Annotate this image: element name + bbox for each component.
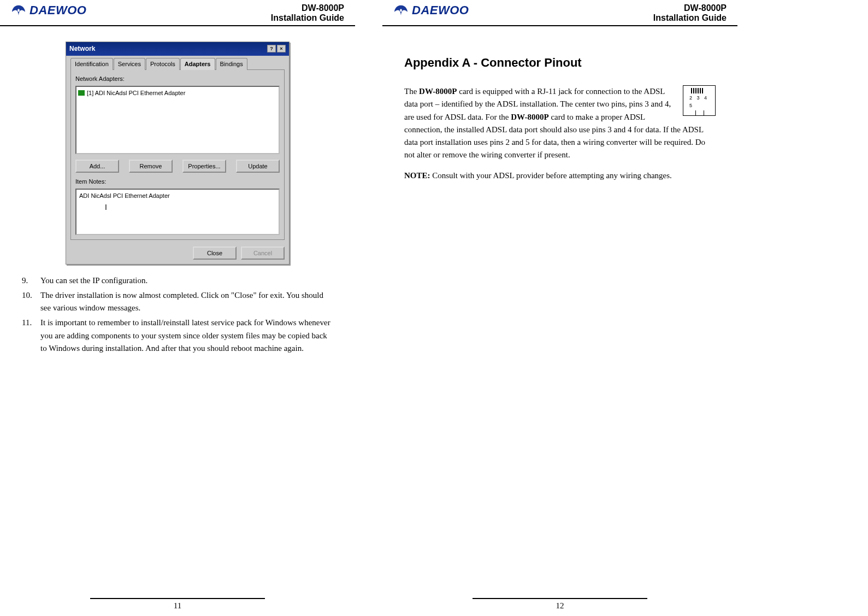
ibeam-cursor-icon: I <box>105 202 107 214</box>
adapters-pane: Network Adapters: [1] ADI NicAdsl PCI Et… <box>70 69 285 240</box>
header-title-block: DW-8000P Installation Guide <box>653 3 727 23</box>
model-name: DW-8000P <box>653 3 727 13</box>
paragraph-1: The DW-8000P card is equipped with a RJ-… <box>404 85 716 162</box>
page-footer: 11 <box>0 598 355 611</box>
close-icon[interactable]: × <box>277 45 286 52</box>
add-button[interactable]: Add... <box>75 160 119 173</box>
note-label: NOTE: <box>404 171 430 180</box>
page-12: DAEWOO DW-8000P Installation Guide Appen… <box>382 0 737 616</box>
doc-subtitle: Installation Guide <box>653 13 727 23</box>
daewoo-swirl-icon <box>11 4 26 16</box>
rj11-pin-labels: 2 3 4 5 <box>689 95 715 110</box>
model-ref: DW-8000P <box>419 87 457 96</box>
dialog-title: Network <box>69 44 95 54</box>
adapters-label: Network Adapters: <box>75 74 280 84</box>
step-number: 9. <box>22 274 40 287</box>
remove-button[interactable]: Remove <box>129 160 173 173</box>
page-11: DAEWOO DW-8000P Installation Guide Netwo… <box>0 0 355 616</box>
step-text: The driver installation is now almost co… <box>40 289 333 315</box>
item-notes-label: Item Notes: <box>75 177 280 186</box>
help-icon[interactable]: ? <box>267 45 276 52</box>
step-number: 11. <box>22 316 40 355</box>
item-notes-field[interactable]: ADI NicAdsl PCI Ethernet Adapter I <box>75 189 280 235</box>
step-text: It is important to remember to install/r… <box>40 316 333 355</box>
tab-adapters[interactable]: Adapters <box>180 58 215 70</box>
properties-button[interactable]: Properties... <box>182 160 226 173</box>
page-header: DAEWOO DW-8000P Installation Guide <box>382 0 737 26</box>
update-button[interactable]: Update <box>236 160 280 173</box>
close-button[interactable]: Close <box>193 247 237 260</box>
appendix-title: Appendix A - Connector Pinout <box>404 54 716 72</box>
step-text: You can set the IP configuration. <box>40 274 333 287</box>
list-item: 9. You can set the IP configuration. <box>22 274 333 287</box>
instruction-list: 9. You can set the IP configuration. 10.… <box>22 274 333 355</box>
note-text: Consult with your ADSL provider before a… <box>430 171 672 180</box>
svg-point-0 <box>17 9 20 12</box>
brand-name: DAEWOO <box>412 3 469 17</box>
nic-icon <box>78 90 85 96</box>
page-header: DAEWOO DW-8000P Installation Guide <box>0 0 355 26</box>
network-dialog-screenshot: Network ? × Identification Services Prot… <box>66 42 290 265</box>
tab-strip: Identification Services Protocols Adapte… <box>70 58 285 70</box>
model-name: DW-8000P <box>271 3 344 13</box>
daewoo-swirl-icon <box>393 4 409 16</box>
model-ref: DW-8000P <box>511 113 548 121</box>
adapter-name: [1] ADI NicAdsl PCI Ethernet Adapter <box>87 89 185 98</box>
page-11-content: Network ? × Identification Services Prot… <box>0 26 355 368</box>
brand-name: DAEWOO <box>29 3 86 17</box>
brand-logo: DAEWOO <box>11 3 86 17</box>
step-number: 10. <box>22 289 40 315</box>
rj11-connector-figure: 2 3 4 5 <box>683 85 716 116</box>
dialog-titlebar: Network ? × <box>66 42 289 56</box>
page-number: 12 <box>556 601 564 610</box>
tab-bindings[interactable]: Bindings <box>216 58 247 70</box>
svg-point-1 <box>400 9 402 12</box>
list-item: 11. It is important to remember to insta… <box>22 316 333 355</box>
page-number: 11 <box>174 601 181 610</box>
adapters-listbox[interactable]: [1] ADI NicAdsl PCI Ethernet Adapter <box>75 86 280 154</box>
brand-logo: DAEWOO <box>393 3 469 17</box>
rj11-pins-icon <box>691 88 703 93</box>
list-item: 10. The driver installation is now almos… <box>22 289 333 315</box>
page-footer: 12 <box>382 598 737 611</box>
note-paragraph: NOTE: Consult with your ADSL provider be… <box>404 169 716 182</box>
dialog-window: Network ? × Identification Services Prot… <box>66 42 290 265</box>
page-12-content: Appendix A - Connector Pinout 2 3 4 5 Th… <box>382 26 737 201</box>
notes-value: ADI NicAdsl PCI Ethernet Adapter <box>79 192 170 199</box>
tab-identification[interactable]: Identification <box>70 58 113 70</box>
header-title-block: DW-8000P Installation Guide <box>271 3 344 23</box>
tab-protocols[interactable]: Protocols <box>146 58 180 70</box>
rj11-notch-icon <box>695 110 704 116</box>
titlebar-controls: ? × <box>267 45 286 52</box>
tab-services[interactable]: Services <box>114 58 145 70</box>
doc-subtitle: Installation Guide <box>271 13 344 23</box>
list-item[interactable]: [1] ADI NicAdsl PCI Ethernet Adapter <box>78 89 277 98</box>
cancel-button[interactable]: Cancel <box>241 247 285 260</box>
